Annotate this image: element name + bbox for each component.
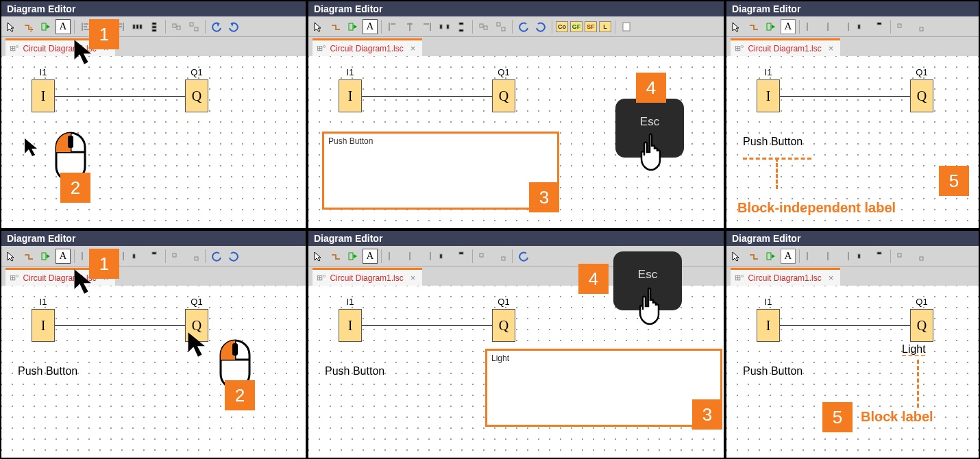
connect-tool[interactable] [21, 19, 36, 34]
label-push-button[interactable]: Push Button [325, 365, 384, 377]
redo-icon[interactable] [226, 19, 241, 34]
text-tool[interactable]: A [363, 19, 378, 34]
group-icon[interactable] [476, 19, 491, 34]
dist-icon[interactable] [855, 19, 870, 34]
undo-icon[interactable] [516, 249, 531, 264]
redo-icon[interactable] [533, 19, 548, 34]
play-tool[interactable] [345, 19, 360, 34]
text-tool[interactable]: A [56, 249, 71, 264]
dist-icon[interactable] [872, 249, 887, 264]
align-icon[interactable] [402, 249, 417, 264]
align-icon[interactable] [837, 249, 853, 264]
text-input-box[interactable]: Light [485, 349, 722, 427]
canvas[interactable]: I1 I Q1 Q Push Button Light [726, 286, 979, 459]
ungroup-icon[interactable] [911, 19, 927, 34]
dist-h-icon[interactable] [130, 19, 145, 34]
dist-icon[interactable] [454, 19, 469, 34]
block-q[interactable]: Q [185, 79, 208, 112]
connect-tool[interactable] [746, 249, 761, 264]
group-icon[interactable] [894, 19, 909, 34]
block-q[interactable]: Q [910, 309, 933, 342]
dist-icon[interactable] [437, 19, 452, 34]
ungroup-icon[interactable] [186, 19, 201, 34]
block-i[interactable]: I [339, 79, 362, 112]
block-q[interactable]: Q [492, 309, 515, 342]
align-icon[interactable] [837, 19, 853, 34]
label-light[interactable]: Light [902, 343, 926, 356]
selection-tool[interactable] [311, 249, 326, 264]
group-icon[interactable] [169, 19, 184, 34]
block-q[interactable]: Q [910, 79, 933, 112]
ungroup-icon[interactable] [911, 249, 927, 264]
group-icon[interactable] [169, 249, 184, 264]
text-tool[interactable]: A [781, 249, 796, 264]
connect-tool[interactable] [328, 19, 343, 34]
selection-tool[interactable] [4, 19, 19, 34]
ungroup-icon[interactable] [186, 249, 201, 264]
gf-box[interactable]: GF [570, 21, 583, 32]
dist-icon[interactable] [147, 249, 162, 264]
play-tool[interactable] [38, 249, 53, 264]
group-icon[interactable] [476, 249, 491, 264]
selection-tool[interactable] [729, 249, 744, 264]
text-tool[interactable]: A [781, 19, 796, 34]
align-icon[interactable] [803, 19, 818, 34]
canvas[interactable]: I1 I Q1 Q Push Button [1, 286, 306, 459]
selection-tool[interactable] [4, 249, 19, 264]
align-icon[interactable] [803, 249, 818, 264]
align-icon[interactable] [820, 249, 835, 264]
align-icon[interactable] [385, 19, 400, 34]
selection-tool[interactable] [311, 19, 326, 34]
document-tab[interactable]: ⊞° Circuit Diagram1.lsc × [731, 38, 840, 56]
play-tool[interactable] [38, 19, 53, 34]
selection-tool[interactable] [729, 19, 744, 34]
undo-icon[interactable] [209, 19, 224, 34]
document-tab[interactable]: ⊞° Circuit Diagram1.lsc × [731, 268, 840, 286]
close-icon[interactable]: × [411, 43, 416, 53]
document-tab[interactable]: ⊞° Circuit Diagram1.lsc × [313, 38, 422, 56]
l-box[interactable]: L [599, 21, 611, 32]
close-icon[interactable]: × [829, 43, 834, 53]
dist-v-icon[interactable] [147, 19, 162, 34]
ungroup-icon[interactable] [493, 19, 509, 34]
play-tool[interactable] [763, 249, 779, 264]
label-push-button[interactable]: Push Button [18, 365, 77, 377]
ungroup-icon[interactable] [493, 249, 509, 264]
new-icon[interactable] [619, 19, 634, 34]
dist-icon[interactable] [855, 249, 870, 264]
connect-tool[interactable] [328, 249, 343, 264]
text-tool[interactable]: A [363, 249, 378, 264]
play-tool[interactable] [345, 249, 360, 264]
canvas[interactable]: I1 I Q1 Q [1, 56, 306, 230]
connect-tool[interactable] [21, 249, 36, 264]
text-tool[interactable]: A [56, 19, 71, 34]
block-i[interactable]: I [757, 309, 780, 342]
sf-box[interactable]: SF [585, 21, 597, 32]
close-icon[interactable]: × [411, 273, 416, 283]
block-i[interactable]: I [32, 79, 55, 112]
group-icon[interactable] [894, 249, 909, 264]
block-q[interactable]: Q [492, 79, 515, 112]
align-icon[interactable] [402, 19, 417, 34]
co-box[interactable]: Co [556, 21, 568, 32]
dist-icon[interactable] [872, 19, 887, 34]
close-icon[interactable]: × [829, 273, 834, 283]
align-icon[interactable] [419, 249, 434, 264]
undo-icon[interactable] [516, 19, 531, 34]
connect-tool[interactable] [746, 19, 761, 34]
align-icon[interactable] [385, 249, 400, 264]
align-icon[interactable] [419, 19, 434, 34]
text-input-box[interactable]: Push Button [322, 132, 559, 210]
document-tab[interactable]: ⊞° Circuit Diagram1.lsc × [313, 268, 422, 286]
label-push-button[interactable]: Push Button [743, 365, 803, 377]
play-tool[interactable] [763, 19, 779, 34]
block-i[interactable]: I [339, 309, 362, 342]
dist-icon[interactable] [454, 249, 469, 264]
dist-icon[interactable] [437, 249, 452, 264]
undo-icon[interactable] [209, 249, 224, 264]
block-i[interactable]: I [757, 79, 780, 112]
redo-icon[interactable] [226, 249, 241, 264]
align-icon[interactable] [820, 19, 835, 34]
dist-icon[interactable] [130, 249, 145, 264]
label-push-button[interactable]: Push Button [743, 136, 803, 148]
